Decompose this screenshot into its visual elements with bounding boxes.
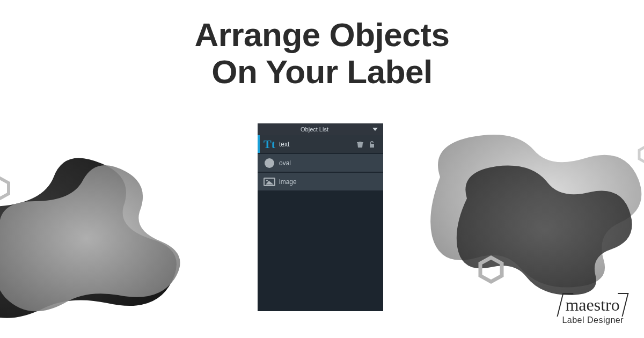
page-title-line2: On Your Label: [211, 53, 433, 90]
svg-marker-3: [639, 146, 644, 163]
object-row-image[interactable]: image: [258, 173, 383, 190]
chevron-down-icon[interactable]: [371, 126, 379, 133]
brand-name: maestro: [562, 296, 624, 313]
page-title: Arrange Objects On Your Label: [0, 16, 644, 91]
circle-icon: [260, 154, 279, 172]
object-row-label: text: [279, 141, 356, 148]
decorative-blob-left: [0, 126, 236, 319]
brand-subtitle: Label Designer: [562, 315, 624, 325]
unlock-icon[interactable]: [368, 141, 376, 148]
object-row-label: image: [279, 178, 379, 186]
svg-marker-0: [0, 178, 9, 199]
text-icon: Tt: [260, 135, 279, 153]
brand-logo: maestro Label Designer: [562, 296, 624, 325]
svg-marker-2: [480, 258, 502, 282]
trash-icon[interactable]: [356, 141, 364, 148]
object-list-title: Object List: [258, 126, 371, 133]
decorative-blob-right: [408, 107, 644, 300]
object-row-oval[interactable]: oval: [258, 154, 383, 172]
object-list-header[interactable]: Object List: [258, 123, 383, 135]
image-icon: [260, 173, 279, 190]
page-title-line1: Arrange Objects: [195, 16, 450, 53]
object-row-label: oval: [279, 159, 379, 167]
object-row-text[interactable]: Tt text: [258, 135, 383, 153]
object-list-panel: Object List Tt text: [258, 123, 383, 311]
object-list-body: Tt text oval image: [258, 135, 383, 311]
